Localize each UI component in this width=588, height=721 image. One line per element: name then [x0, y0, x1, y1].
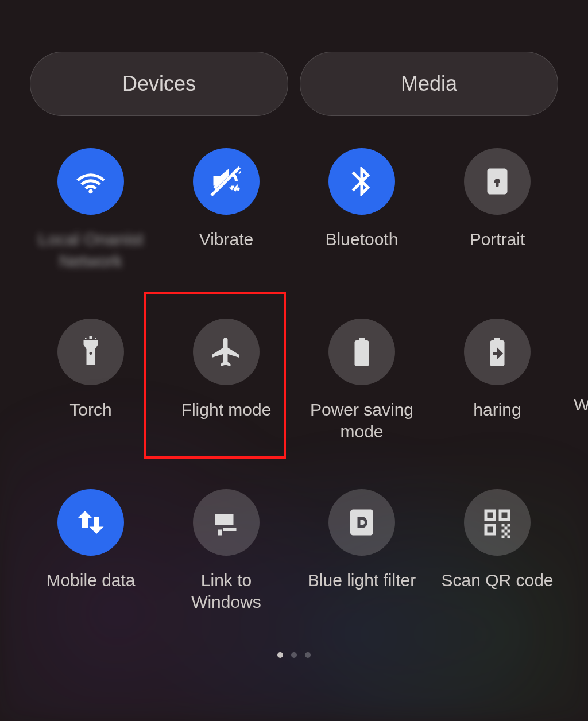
- wifi-icon: [57, 148, 124, 215]
- tile-power-saving-label: Power saving mode: [301, 399, 422, 443]
- tile-power-sharing-label: haring: [473, 399, 521, 421]
- tile-bluetooth[interactable]: Bluetooth: [294, 148, 430, 273]
- tile-power-saving[interactable]: Power saving mode: [294, 319, 430, 443]
- tile-scan-qr[interactable]: Scan QR code: [430, 489, 565, 614]
- tile-vibrate-label: Vibrate: [199, 228, 254, 250]
- tile-link-windows-label: Link to Windows: [166, 569, 287, 614]
- link-windows-icon: [193, 489, 260, 556]
- bluetooth-icon: [328, 148, 395, 215]
- tile-flight-label: Flight mode: [181, 399, 272, 421]
- mute-vibrate-icon: [193, 148, 260, 215]
- quick-settings-panel: Devices Media Local Onanist Network Vibr…: [0, 0, 588, 721]
- tile-power-sharing[interactable]: haring: [430, 319, 565, 443]
- torch-icon: [57, 319, 124, 385]
- tile-scan-qr-label: Scan QR code: [441, 569, 553, 591]
- tile-flight-mode[interactable]: Flight mode: [158, 319, 294, 443]
- tile-mobile-data-label: Mobile data: [46, 569, 135, 591]
- battery-share-icon: [464, 319, 531, 385]
- page-indicator[interactable]: [277, 652, 311, 658]
- tile-portrait-label: Portrait: [470, 228, 525, 250]
- page-dot-2[interactable]: [291, 652, 297, 658]
- tile-torch[interactable]: Torch: [23, 319, 158, 443]
- tile-blue-light[interactable]: Blue light filter: [294, 489, 430, 614]
- tile-link-windows[interactable]: Link to Windows: [158, 489, 294, 614]
- quick-settings-grid: Local Onanist Network Vibrate Bluetooth …: [0, 116, 588, 613]
- mobile-data-icon: [57, 489, 124, 556]
- tile-mobile-data[interactable]: Mobile data: [23, 489, 158, 614]
- tile-wifi-label: Local Onanist Network: [30, 228, 151, 273]
- tile-wifi[interactable]: Local Onanist Network: [23, 148, 158, 273]
- blue-light-icon: [328, 489, 395, 556]
- page-dot-3[interactable]: [305, 652, 311, 658]
- tile-blue-light-label: Blue light filter: [308, 569, 416, 591]
- airplane-icon: [193, 319, 260, 385]
- media-button[interactable]: Media: [300, 52, 558, 116]
- qr-icon: [464, 489, 531, 556]
- lock-portrait-icon: [464, 148, 531, 215]
- tile-torch-label: Torch: [69, 399, 111, 421]
- battery-recycle-icon: [328, 319, 395, 385]
- devices-button[interactable]: Devices: [30, 52, 288, 116]
- tile-vibrate[interactable]: Vibrate: [158, 148, 294, 273]
- top-buttons-row: Devices Media: [0, 0, 588, 116]
- tile-bluetooth-label: Bluetooth: [326, 228, 399, 250]
- page-dot-1[interactable]: [277, 652, 283, 658]
- tile-portrait[interactable]: Portrait: [430, 148, 565, 273]
- peek-next-label: Wi: [574, 395, 588, 414]
